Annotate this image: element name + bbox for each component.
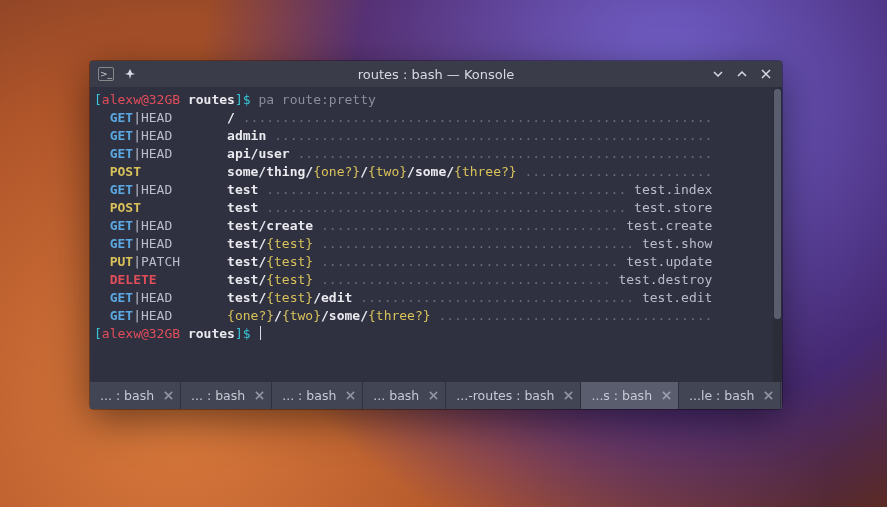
tab-1[interactable]: ... : bash: [181, 382, 272, 409]
tab-label: ...le : bash: [689, 388, 754, 403]
tab-label: ... : bash: [191, 388, 245, 403]
tab-close-icon[interactable]: [760, 388, 776, 404]
prompt-icon[interactable]: >_: [96, 64, 116, 84]
scrollbar-thumb[interactable]: [774, 89, 781, 319]
tab-close-icon[interactable]: [425, 388, 441, 404]
maximize-icon[interactable]: [732, 64, 752, 84]
tab-label: ...s : bash: [591, 388, 652, 403]
window-title: routes : bash — Konsole: [90, 67, 782, 82]
tab-3[interactable]: ... bash: [363, 382, 446, 409]
tab-label: ... bash: [373, 388, 419, 403]
tab-close-icon[interactable]: [560, 388, 576, 404]
tab-0[interactable]: ... : bash: [90, 382, 181, 409]
pin-icon[interactable]: [120, 64, 140, 84]
tab-close-icon[interactable]: [342, 388, 358, 404]
tab-6[interactable]: ...le : bash: [679, 382, 781, 409]
tab-close-icon[interactable]: [658, 388, 674, 404]
konsole-window: >_ routes : bash — Konsole [alexw@32GB r…: [90, 61, 782, 409]
tab-close-icon[interactable]: [160, 388, 176, 404]
scrollbar[interactable]: [773, 87, 782, 382]
tab-label: ...-routes : bash: [456, 388, 554, 403]
tab-label: ... : bash: [100, 388, 154, 403]
close-icon[interactable]: [756, 64, 776, 84]
titlebar: >_ routes : bash — Konsole: [90, 61, 782, 87]
tab-label: ... : bash: [282, 388, 336, 403]
minimize-icon[interactable]: [708, 64, 728, 84]
tab-4[interactable]: ...-routes : bash: [446, 382, 581, 409]
terminal-output[interactable]: [alexw@32GB routes]$ pa route:pretty GET…: [90, 87, 773, 382]
tab-close-icon[interactable]: [251, 388, 267, 404]
tab-bar: ... : bash... : bash... : bash... bash..…: [90, 382, 782, 409]
tab-5[interactable]: ...s : bash: [581, 382, 679, 409]
tab-2[interactable]: ... : bash: [272, 382, 363, 409]
